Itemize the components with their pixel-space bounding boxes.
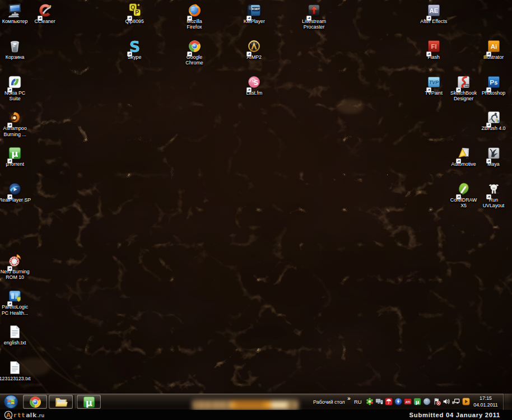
aimp2-icon <box>247 39 261 53</box>
taskbar-chrome[interactable] <box>23 395 47 409</box>
desktop-icon-nokia-pc-suite[interactable]: Nokia PC Suite <box>0 75 34 102</box>
desktop-icon-english-txt[interactable]: english.txt <box>0 325 34 346</box>
desktop-icon-maya[interactable]: Maya <box>475 146 512 167</box>
desktop-icon-illustrator[interactable]: Ai Illustrator <box>475 39 512 60</box>
desktop-icon-aftereffects[interactable]: AE After Effects <box>415 3 452 24</box>
censored-blob <box>210 402 215 408</box>
desktop-wallpaper <box>0 0 512 410</box>
svg-text:A: A <box>6 412 11 418</box>
shortcut-arrow-icon <box>456 156 461 161</box>
sketchbook-icon: SBD <box>457 75 471 89</box>
footer-strip: Arttalk.ru Submitted 04 January 2011 <box>0 410 512 420</box>
censored-blob <box>235 403 264 407</box>
desktop-icon-label: CorelDRAW X5 <box>450 197 477 209</box>
desktop-toolbar-label[interactable]: Рабочий стол <box>313 399 345 405</box>
photoshop-icon: Ps <box>487 75 501 89</box>
start-button[interactable] <box>3 394 18 409</box>
svg-text:µ: µ <box>416 399 420 405</box>
desktop-icon-numbers-txt[interactable]: 123123123.txt <box>0 361 34 381</box>
shortcut-arrow-icon <box>426 13 431 18</box>
tray-action-center-icon[interactable] <box>433 398 441 405</box>
svg-text:Ai: Ai <box>490 43 496 50</box>
nokia-icon <box>8 75 22 89</box>
taskbar-clock[interactable]: 17:15 04.01.2011 <box>470 395 501 408</box>
censored-blur-region <box>193 400 298 410</box>
language-indicator[interactable]: RU <box>354 399 362 405</box>
chrome-icon <box>188 39 202 53</box>
tray-avira-icon[interactable] <box>385 398 393 405</box>
txt-icon <box>8 361 22 375</box>
shortcut-arrow-icon <box>246 13 252 18</box>
aftereffects-icon: AE <box>427 3 441 17</box>
desktop-icon-firefox[interactable]: Mozilla Firefox <box>176 3 213 30</box>
taskbar-explorer[interactable] <box>49 395 73 409</box>
show-desktop-button[interactable] <box>503 394 512 410</box>
desktop-icon-photoshop[interactable]: Ps Photoshop <box>475 75 512 96</box>
censored-blob <box>217 402 222 408</box>
desktop-icon-aimp2[interactable]: AIMP2 <box>236 39 273 60</box>
automotive-icon: A <box>457 146 471 160</box>
desktop-icon-lastfm[interactable]: S Last.fm <box>236 75 273 96</box>
svg-text:IV: IV <box>496 191 500 195</box>
lastfm-icon: S <box>247 75 261 89</box>
tray-qip-icon[interactable] <box>366 398 374 405</box>
desktop-icon-label: english.txt <box>4 340 26 346</box>
desktop-icon-uvlayout[interactable]: IV Run UVLayout <box>475 182 512 209</box>
desktop-icon-ashampoo[interactable]: Ashampoo Burning ... <box>0 110 34 137</box>
desktop-icon-qip8095[interactable]: Q P Qip8095 <box>116 3 153 24</box>
taskbar-utorrent[interactable]: µ <box>77 395 101 409</box>
shortcut-arrow-icon <box>486 192 491 197</box>
tray-globe-icon[interactable] <box>423 398 431 405</box>
tray-mediaget-icon[interactable] <box>462 398 470 405</box>
desktop-icon-chrome[interactable]: Google Chrome <box>176 39 213 66</box>
tray-network-icon[interactable] <box>452 398 460 405</box>
desktop-icon-skype[interactable]: S Skype <box>116 39 153 60</box>
desktop-icon-flash[interactable]: Fl Flash <box>415 39 452 60</box>
tray-volume-icon[interactable] <box>443 398 450 405</box>
desktop-icon-label: ZBrush 4.0 <box>481 125 505 131</box>
recycle-icon <box>8 39 22 53</box>
svg-text:P: P <box>135 10 139 16</box>
censored-blob <box>224 402 229 408</box>
tray-nokia-icon[interactable] <box>375 398 383 405</box>
shortcut-arrow-icon <box>456 85 461 90</box>
desktop-icon-recycle-bin[interactable]: Корзина <box>0 39 34 60</box>
shortcut-arrow-icon <box>246 85 252 90</box>
utorrent-icon: µ <box>8 146 22 160</box>
desktop-icon-realplayer[interactable]: RealPlayer SP <box>0 182 34 203</box>
desktop-icon-nero[interactable]: Nero Burning ROM 10 <box>0 254 34 281</box>
desktop-icon-label: SketchBook Designer <box>450 90 477 102</box>
shortcut-arrow-icon <box>486 120 491 125</box>
desktop-icon-zbrush[interactable]: ZBrush 4.0 <box>475 110 512 131</box>
illustrator-icon: Ai <box>487 39 501 53</box>
desktop-icon-label: After Effects <box>420 18 447 24</box>
tray-utorrent-icon[interactable]: µ <box>413 398 421 405</box>
desktop-icon-label: Photoshop <box>482 90 505 96</box>
shortcut-arrow-icon <box>38 13 43 18</box>
coreldraw-icon <box>457 182 471 196</box>
shortcut-arrow-icon <box>7 156 12 161</box>
desktop-icon-label: Livestream Procaster <box>302 18 326 30</box>
shortcut-arrow-icon <box>7 192 12 197</box>
shortcut-arrow-icon <box>127 49 132 54</box>
taskbar: Рабочий стол » RU 17:15 04.01.2011 µ ATI… <box>0 394 512 410</box>
computer-icon <box>8 3 22 17</box>
svg-text:k: k <box>32 412 37 419</box>
desktop-icon-utorrent[interactable]: µ µTorrent <box>0 146 34 167</box>
qip-icon: Q P <box>128 3 142 17</box>
realplayer-icon <box>8 182 22 196</box>
svg-text:A: A <box>466 155 469 160</box>
censored-blob <box>288 402 295 408</box>
censored-blob <box>195 402 200 408</box>
desktop-icon-ccleaner[interactable]: CCleaner <box>26 3 63 24</box>
desktop-icon-paretologic[interactable]: ParetoLogic PC Health... <box>0 289 34 316</box>
desktop-icon-kmplayer[interactable]: KMP KMPlayer <box>236 3 273 24</box>
livestream-icon <box>307 3 321 17</box>
shortcut-arrow-icon <box>486 156 491 161</box>
toolbar-chevron-icon[interactable]: » <box>347 395 351 402</box>
tray-ati-catalyst-icon[interactable]: ATI <box>404 398 412 405</box>
desktop-icon-livestream[interactable]: Livestream Procaster <box>296 3 333 30</box>
tray-daemon-tools-icon[interactable] <box>394 398 402 405</box>
kmplayer-icon: KMP <box>247 3 261 17</box>
shortcut-arrow-icon <box>127 13 132 18</box>
